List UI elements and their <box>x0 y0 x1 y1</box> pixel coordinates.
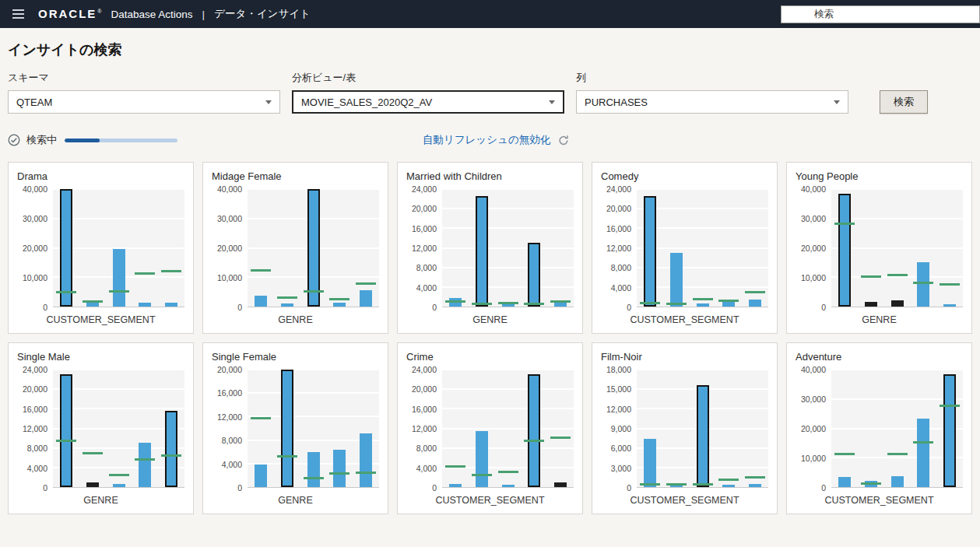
y-tick-label: 40,000 <box>23 184 47 194</box>
analytic-view-filter: 分析ビュー/表 MOVIE_SALES_2020Q2_AV <box>292 71 564 114</box>
expected-value-marker <box>445 300 465 303</box>
y-tick-label: 20,000 <box>801 244 826 253</box>
gridline <box>442 208 574 209</box>
expected-value-marker <box>304 477 324 479</box>
chart-body: 04,0008,00012,00016,00020,00024,000 <box>601 189 768 307</box>
schema-select[interactable]: QTEAM <box>8 90 280 114</box>
hamburger-menu-icon[interactable] <box>8 6 29 22</box>
bar <box>502 485 515 487</box>
expected-value-marker <box>834 223 855 225</box>
plot-area <box>831 189 963 307</box>
bar <box>749 300 761 307</box>
y-axis: 04,0008,00012,00016,00020,00024,000 <box>406 189 442 307</box>
gridline <box>637 267 768 268</box>
y-tick-label: 0 <box>821 303 826 312</box>
bar <box>113 484 125 487</box>
refresh-icon[interactable] <box>557 135 569 146</box>
bar <box>476 196 488 307</box>
expected-value-marker <box>56 440 76 442</box>
y-tick-label: 0 <box>43 303 47 312</box>
expected-value-marker <box>304 290 324 293</box>
disable-auto-refresh-link[interactable]: 自動リフレッシュの無効化 <box>423 133 550 147</box>
gridline <box>442 188 574 190</box>
bar <box>255 465 267 487</box>
chart-x-label: GENRE <box>212 495 379 506</box>
expected-value-marker <box>550 437 571 439</box>
y-axis: 010,00020,00030,00040,000 <box>212 189 248 307</box>
charts-grid: Drama010,00020,00030,00040,000CUSTOMER_S… <box>0 160 980 521</box>
expected-value-marker <box>472 303 492 305</box>
y-tick-label: 20,000 <box>412 384 437 394</box>
y-tick-label: 9,000 <box>611 424 631 433</box>
y-tick-label: 0 <box>432 303 437 312</box>
bar <box>449 484 462 487</box>
y-tick-label: 20,000 <box>23 384 47 394</box>
bar <box>670 253 683 307</box>
gridline <box>53 388 184 390</box>
chart-card[interactable]: Film-Noir03,0006,0009,00012,00015,00018,… <box>592 342 778 514</box>
plot-area <box>248 189 379 307</box>
y-tick-label: 12,000 <box>412 244 437 253</box>
y-tick-label: 4,000 <box>611 283 631 293</box>
auto-refresh-control: 自動リフレッシュの無効化 <box>423 132 569 148</box>
y-axis: 010,00020,00030,00040,000 <box>17 189 53 307</box>
chart-x-label: CUSTOMER_SEGMENT <box>406 495 574 506</box>
y-tick-label: 20,000 <box>217 365 242 374</box>
gridline <box>831 218 963 219</box>
gridline <box>831 369 963 370</box>
expected-value-marker <box>861 482 881 485</box>
chart-card[interactable]: Midage Female010,00020,00030,00040,000GE… <box>202 162 388 334</box>
column-select[interactable]: PURCHASES <box>576 90 848 114</box>
chart-card[interactable]: Drama010,00020,00030,00040,000CUSTOMER_S… <box>8 162 194 334</box>
chevron-down-icon <box>834 100 840 104</box>
analytic-view-select-value: MOVIE_SALES_2020Q2_AV <box>301 96 432 108</box>
search-input[interactable] <box>781 5 980 23</box>
chart-body: 04,0008,00012,00016,00020,00024,000 <box>406 370 574 488</box>
chart-card[interactable]: Single Female04,0008,00012,00016,00020,0… <box>202 342 388 514</box>
y-tick-label: 24,000 <box>23 365 47 374</box>
bar <box>838 477 851 487</box>
expected-value-marker <box>913 441 933 444</box>
expected-value-marker <box>550 300 571 303</box>
plot-area <box>442 189 574 307</box>
chart-card[interactable]: Comedy04,0008,00012,00016,00020,00024,00… <box>592 162 778 334</box>
status-row: 検索中 自動リフレッシュの無効化 <box>8 132 972 148</box>
chart-body: 010,00020,00030,00040,000 <box>796 189 963 307</box>
y-tick-label: 4,000 <box>416 283 437 293</box>
column-filter: 列 PURCHASES <box>576 71 848 114</box>
chart-title: Married with Children <box>406 170 574 182</box>
bar <box>139 303 151 307</box>
bar <box>333 450 346 487</box>
plot-area <box>637 189 768 307</box>
y-tick-label: 24,000 <box>412 184 437 194</box>
expected-value-marker <box>940 283 960 286</box>
chart-card[interactable]: Adventure010,00020,00030,00040,000CUSTOM… <box>786 342 972 514</box>
gridline <box>637 208 768 209</box>
oracle-logo: ORACLE® <box>38 7 102 21</box>
y-tick-label: 10,000 <box>217 273 242 282</box>
expected-value-marker <box>135 272 155 275</box>
analytic-view-select[interactable]: MOVIE_SALES_2020Q2_AV <box>292 90 564 114</box>
chart-card[interactable]: Single Male04,0008,00012,00016,00020,000… <box>8 342 194 514</box>
y-tick-label: 0 <box>627 483 631 493</box>
chart-card[interactable]: Young People010,00020,00030,00040,000GEN… <box>786 162 972 334</box>
y-tick-label: 30,000 <box>23 214 47 223</box>
expected-value-marker <box>329 472 349 475</box>
bar <box>139 443 151 487</box>
chart-body: 010,00020,00030,00040,000 <box>796 370 963 488</box>
expected-value-marker <box>693 298 713 300</box>
chart-body: 04,0008,00012,00016,00020,00024,000 <box>406 189 574 307</box>
expected-value-marker <box>861 275 881 278</box>
plot-area <box>53 189 184 307</box>
gridline <box>53 188 184 190</box>
chart-title: Comedy <box>601 170 768 182</box>
search-button[interactable]: 検索 <box>880 90 928 114</box>
y-tick-label: 4,000 <box>222 460 242 469</box>
chart-card[interactable]: Crime04,0008,00012,00016,00020,00024,000… <box>397 342 583 514</box>
expected-value-marker <box>135 458 155 461</box>
chevron-down-icon <box>265 100 272 104</box>
expected-value-marker <box>913 282 933 284</box>
chart-body: 04,0008,00012,00016,00020,00024,000 <box>17 370 184 488</box>
chart-card[interactable]: Married with Children04,0008,00012,00016… <box>397 162 583 334</box>
expected-value-marker <box>161 270 181 272</box>
